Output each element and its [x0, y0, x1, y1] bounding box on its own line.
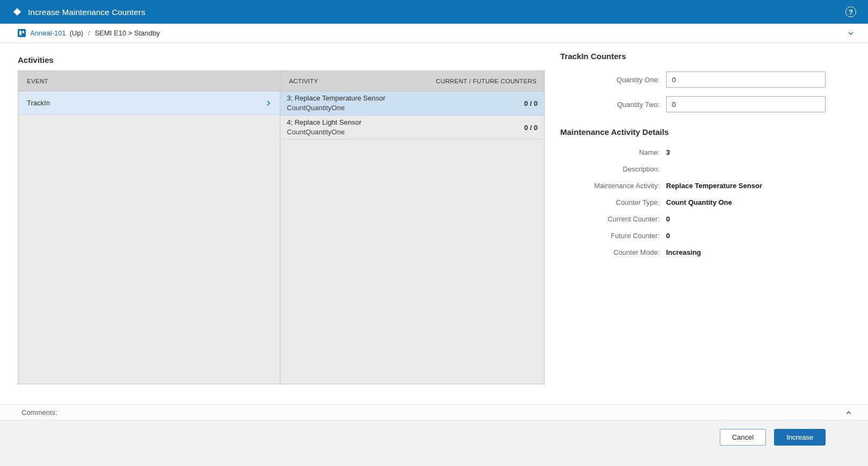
activities-section-title: Activities: [18, 55, 54, 64]
cancel-button[interactable]: Cancel: [720, 429, 766, 446]
quantity-two-label: Quantity Two:: [560, 101, 660, 109]
trackin-counters-title: TrackIn Counters: [560, 52, 829, 61]
breadcrumb-separator: /: [88, 29, 90, 37]
detail-row-future-counter: Future Counter: 0: [560, 231, 829, 241]
activity-column: ACTIVITY CURRENT / FUTURE COUNTERS 3; Re…: [280, 71, 544, 384]
breadcrumb-up-link[interactable]: (Up): [70, 29, 83, 37]
event-column-header: EVENT: [18, 71, 280, 91]
detail-label: Future Counter:: [560, 231, 660, 241]
activity-counter-type: CountQuantityOne: [287, 127, 361, 137]
chevron-right-icon: [265, 99, 272, 107]
dialog-footer: Cancel Increase: [0, 421, 868, 466]
chevron-down-icon[interactable]: [847, 29, 855, 38]
detail-row-maintenance-activity: Maintenance Activity: Replace Temperatur…: [560, 181, 829, 191]
activity-row-text: 3; Replace Temperature Sensor CountQuant…: [287, 94, 385, 113]
details-panel: TrackIn Counters Quantity One: Quantity …: [560, 52, 829, 264]
detail-label: Current Counter:: [560, 214, 660, 224]
quantity-one-label: Quantity One:: [560, 76, 660, 84]
activity-name: 4; Replace Light Sensor: [287, 118, 361, 127]
detail-value: 0: [666, 214, 670, 224]
detail-value: Replace Temperature Sensor: [666, 181, 762, 191]
detail-value: Increasing: [666, 247, 701, 257]
activity-row[interactable]: 4; Replace Light Sensor CountQuantityOne…: [280, 116, 544, 140]
detail-row-current-counter: Current Counter: 0: [560, 214, 829, 224]
maintenance-details-title: Maintenance Activity Details: [560, 127, 829, 137]
detail-value: 3: [666, 147, 670, 157]
quantity-two-row: Quantity Two:: [560, 96, 829, 112]
breadcrumb-state: SEMI E10 > Standby: [95, 29, 160, 37]
event-column: EVENT TrackIn: [18, 71, 280, 384]
detail-row-counter-type: Counter Type: Count Quantity One: [560, 197, 829, 207]
detail-row-name: Name: 3: [560, 147, 829, 157]
increase-button[interactable]: Increase: [774, 429, 826, 446]
comments-section[interactable]: Comments:: [0, 404, 868, 421]
detail-label: Counter Type:: [560, 197, 660, 207]
detail-row-description: Description:: [560, 164, 829, 174]
activity-name: 3; Replace Temperature Sensor: [287, 94, 385, 103]
activity-counters-value: 0 / 0: [524, 99, 538, 107]
detail-label: Description:: [560, 164, 660, 174]
breadcrumb-resource-link[interactable]: Anneal-101: [30, 29, 66, 37]
event-header-label: EVENT: [27, 78, 48, 84]
detail-label: Name:: [560, 147, 660, 157]
comments-label: Comments:: [21, 408, 57, 417]
detail-row-counter-mode: Counter Mode: Increasing: [560, 247, 829, 257]
resource-icon: [18, 29, 26, 37]
activities-table: EVENT TrackIn ACTIVITY CURRENT / FUTURE …: [18, 70, 545, 384]
detail-label: Maintenance Activity:: [560, 181, 660, 191]
event-row-trackin[interactable]: TrackIn: [18, 91, 280, 115]
breadcrumb: Anneal-101 (Up) / SEMI E10 > Standby: [0, 24, 868, 43]
counters-header-label: CURRENT / FUTURE COUNTERS: [436, 78, 537, 84]
activity-counters-value: 0 / 0: [524, 124, 538, 132]
title-bar: Increase Maintenance Counters ?: [0, 0, 868, 24]
detail-value: Count Quantity One: [666, 197, 732, 207]
page-title: Increase Maintenance Counters: [28, 8, 145, 17]
activity-row-text: 4; Replace Light Sensor CountQuantityOne: [287, 118, 361, 137]
activity-row[interactable]: 3; Replace Temperature Sensor CountQuant…: [280, 91, 544, 116]
increase-maintenance-counters-dialog: Increase Maintenance Counters ? Anneal-1…: [0, 0, 868, 466]
chevron-up-icon[interactable]: [844, 408, 853, 417]
activity-counter-type: CountQuantityOne: [287, 103, 385, 113]
activity-column-header: ACTIVITY CURRENT / FUTURE COUNTERS: [280, 71, 544, 91]
activity-header-label: ACTIVITY: [289, 78, 318, 84]
help-icon[interactable]: ?: [845, 6, 856, 17]
detail-value: 0: [666, 231, 670, 241]
quantity-two-input[interactable]: [666, 96, 826, 112]
quantity-one-input[interactable]: [666, 71, 826, 88]
event-row-label: TrackIn: [27, 99, 50, 107]
detail-label: Counter Mode:: [560, 247, 660, 257]
quantity-one-row: Quantity One:: [560, 71, 829, 88]
diamond-icon: [13, 8, 21, 16]
